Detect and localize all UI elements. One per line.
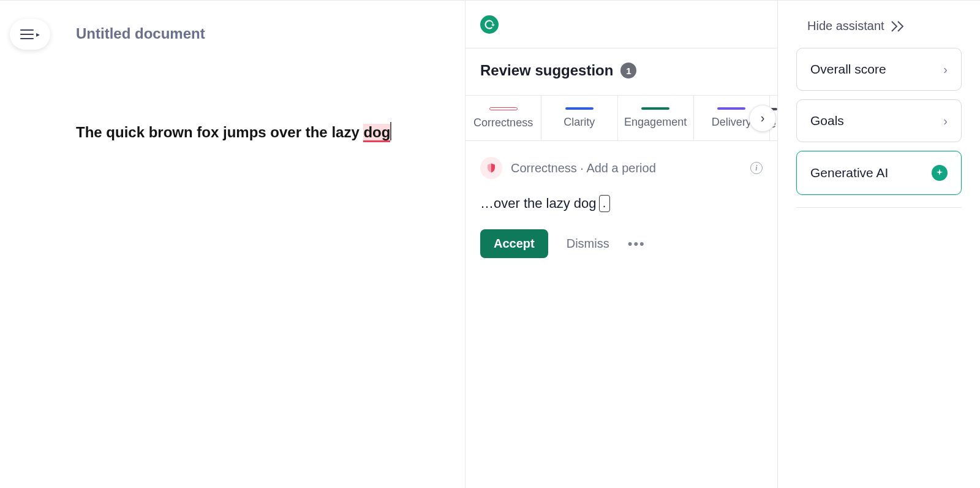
review-header: Review suggestion 1 bbox=[466, 48, 777, 96]
clarity-bar-icon bbox=[565, 107, 594, 110]
tab-label: Engagement bbox=[624, 116, 687, 129]
shield-icon bbox=[480, 157, 502, 179]
more-options-button[interactable]: ••• bbox=[628, 236, 646, 252]
suggestion-count-badge: 1 bbox=[620, 63, 636, 78]
hide-assistant-label: Hide assistant bbox=[807, 19, 884, 33]
editor-pane: ▸ Untitled document The quick brown fox … bbox=[0, 1, 466, 488]
suggestion-preview: …over the lazy dog . bbox=[480, 195, 763, 212]
assistant-pane: Hide assistant Overall score › Goals › G… bbox=[778, 1, 980, 488]
suggestions-pane: Review suggestion 1 Correctness Clarity … bbox=[466, 1, 778, 488]
tab-label: Clarity bbox=[564, 116, 595, 129]
correctness-bar-icon bbox=[489, 107, 518, 110]
divider bbox=[796, 207, 962, 208]
tabs-scroll-right-button[interactable]: › bbox=[749, 105, 776, 132]
suggestion-category: Correctness · Add a period bbox=[511, 161, 656, 175]
delivery-bar-icon bbox=[717, 107, 745, 110]
grammarly-logo-icon[interactable] bbox=[480, 15, 499, 34]
menu-button[interactable]: ▸ bbox=[10, 19, 50, 50]
card-label: Goals bbox=[810, 113, 844, 128]
card-label: Overall score bbox=[810, 62, 886, 77]
brand-row bbox=[466, 1, 777, 48]
sparkle-icon bbox=[932, 165, 948, 181]
insert-character-box: . bbox=[599, 195, 610, 212]
text-cursor bbox=[390, 122, 391, 140]
chevron-right-icon: › bbox=[761, 111, 765, 125]
chevron-right-icon: › bbox=[943, 114, 948, 128]
chevron-right-icon: › bbox=[943, 63, 948, 77]
flagged-text[interactable]: dog bbox=[363, 124, 390, 142]
tab-correctness[interactable]: Correctness bbox=[466, 96, 541, 140]
generative-ai-card[interactable]: Generative AI bbox=[796, 151, 962, 195]
dismiss-button[interactable]: Dismiss bbox=[567, 237, 609, 251]
preview-text: …over the lazy dog bbox=[480, 196, 597, 212]
goals-card[interactable]: Goals › bbox=[796, 99, 962, 142]
tab-label: Correctness bbox=[473, 116, 533, 129]
hide-assistant-button[interactable]: Hide assistant bbox=[796, 19, 962, 33]
category-tabs: Correctness Clarity Engagement Delivery … bbox=[466, 96, 777, 141]
editor-text: The quick brown fox jumps over the lazy bbox=[76, 124, 363, 140]
engagement-bar-icon bbox=[641, 107, 669, 110]
ellipsis-icon: ••• bbox=[628, 236, 646, 251]
review-title: Review suggestion bbox=[480, 62, 613, 79]
overall-score-card[interactable]: Overall score › bbox=[796, 48, 962, 91]
tab-engagement[interactable]: Engagement bbox=[618, 96, 694, 140]
info-icon[interactable]: i bbox=[750, 162, 763, 174]
double-chevron-right-icon bbox=[891, 21, 905, 32]
document-title[interactable]: Untitled document bbox=[76, 25, 205, 42]
hamburger-icon: ▸ bbox=[20, 29, 40, 39]
card-label: Generative AI bbox=[810, 166, 888, 180]
editor-content[interactable]: The quick brown fox jumps over the lazy … bbox=[76, 117, 416, 147]
tab-label: Delivery bbox=[712, 116, 752, 129]
accept-button[interactable]: Accept bbox=[480, 229, 548, 258]
suggestion-card: Correctness · Add a period i …over the l… bbox=[466, 141, 777, 274]
tab-clarity[interactable]: Clarity bbox=[541, 96, 617, 140]
